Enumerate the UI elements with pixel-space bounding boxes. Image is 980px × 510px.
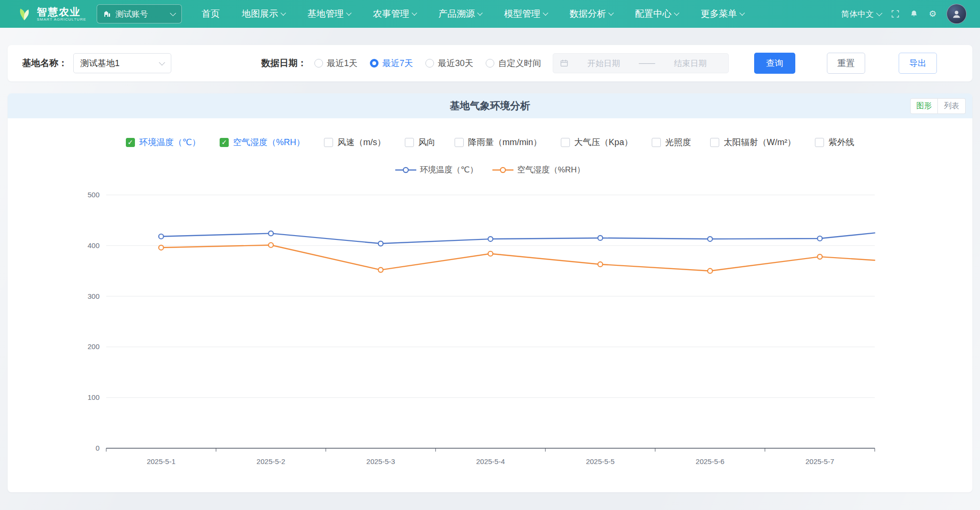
checkbox-icon [324, 138, 333, 147]
y-axis-label: 200 [88, 342, 100, 351]
view-toggle-list-button[interactable]: 列表 [938, 98, 966, 114]
date-option-radio[interactable]: 最近7天 [370, 57, 413, 69]
metric-label: 紫外线 [828, 136, 854, 148]
radio-label: 最近7天 [382, 57, 413, 69]
series-line [161, 233, 875, 243]
metric-checkbox[interactable]: ✓空气湿度（%RH） [220, 136, 305, 148]
radio-icon [425, 59, 434, 68]
language-select[interactable]: 简体中文 [841, 9, 881, 20]
nav-item-label: 产品溯源 [438, 8, 475, 20]
legend-circle [403, 167, 408, 172]
nav-item[interactable]: 数据分析 [558, 0, 624, 28]
chevron-down-icon [478, 10, 483, 15]
date-label: 数据日期： [261, 57, 307, 69]
account-select-value: 测试账号 [115, 9, 148, 20]
legend-marker-icon [395, 167, 416, 173]
y-axis-label: 400 [88, 241, 100, 249]
y-axis-label: 500 [88, 191, 100, 199]
chevron-down-icon [170, 10, 176, 16]
chevron-down-icon [674, 10, 679, 15]
panel-header: 基地气象环境分析 图形列表 [8, 93, 972, 118]
metric-checkbox[interactable]: 风速（m/s） [324, 136, 386, 148]
metric-checkbox[interactable]: 降雨量（mm/min） [455, 136, 542, 148]
bell-icon[interactable] [909, 9, 919, 19]
nav-item[interactable]: 首页 [190, 0, 231, 28]
metric-checkbox[interactable]: 太阳辐射（W/m²） [710, 136, 796, 148]
nav-item[interactable]: 模型管理 [493, 0, 558, 28]
nav-item-label: 配置中心 [635, 8, 671, 20]
data-point-marker [379, 268, 383, 272]
nav-item[interactable]: 配置中心 [624, 0, 690, 28]
date-range-picker[interactable]: 开始日期 —— 结束日期 [553, 53, 729, 73]
end-date-placeholder: 结束日期 [659, 58, 722, 69]
date-option-radio[interactable]: 最近30天 [425, 57, 473, 69]
metric-label: 大气压（Kpa） [574, 136, 633, 148]
metric-label: 风速（m/s） [337, 136, 386, 148]
date-filter-group: 数据日期： 最近1天最近7天最近30天自定义时间 开始日期 —— 结束日期 [261, 53, 729, 73]
date-range-separator: —— [639, 58, 655, 68]
nav-item-label: 模型管理 [504, 8, 540, 20]
y-axis-label: 300 [88, 292, 100, 300]
x-axis-label: 2025-5-7 [805, 457, 834, 465]
metric-checkbox[interactable]: 光照度 [652, 136, 691, 148]
radio-label: 自定义时间 [498, 57, 541, 69]
chevron-down-icon [346, 10, 352, 15]
data-point-marker [159, 234, 164, 239]
metric-checkbox[interactable]: 风向 [405, 136, 435, 148]
export-button[interactable]: 导出 [899, 53, 937, 74]
series-line [161, 245, 875, 271]
metric-checkbox[interactable]: 紫外线 [815, 136, 854, 148]
legend-marker-icon [492, 167, 513, 173]
leaf-logo-icon [16, 6, 33, 22]
metric-label: 空气湿度（%RH） [233, 136, 305, 148]
user-avatar[interactable] [947, 4, 967, 24]
metric-label: 降雨量（mm/min） [468, 136, 542, 148]
account-select[interactable]: 测试账号 [97, 4, 182, 23]
date-option-radio[interactable]: 自定义时间 [486, 57, 541, 69]
reset-button[interactable]: 重置 [827, 53, 865, 74]
base-select[interactable]: 测试基地1 [73, 53, 171, 73]
checkbox-icon [455, 138, 464, 147]
gear-icon[interactable]: ⚙ [928, 9, 937, 19]
radio-icon [314, 59, 323, 68]
calendar-icon [560, 59, 568, 68]
query-button[interactable]: 查询 [754, 53, 795, 74]
checkbox-icon [561, 138, 570, 147]
weather-analysis-panel: 基地气象环境分析 图形列表 ✓环境温度（℃）✓空气湿度（%RH）风速（m/s）风… [8, 93, 972, 492]
filter-bar: 基地名称： 测试基地1 数据日期： 最近1天最近7天最近30天自定义时间 开始日… [8, 45, 972, 81]
chevron-down-icon [876, 10, 882, 16]
app-title: 智慧农业 [37, 6, 86, 17]
data-point-marker [598, 236, 602, 240]
legend-label: 环境温度（℃） [420, 164, 478, 175]
fullscreen-icon[interactable] [891, 9, 900, 19]
checkbox-icon [652, 138, 661, 147]
view-toggle-graph-button[interactable]: 图形 [910, 98, 938, 114]
nav-item[interactable]: 更多菜单 [690, 0, 755, 28]
metric-checkbox[interactable]: ✓环境温度（℃） [126, 136, 200, 148]
radio-label: 最近30天 [438, 57, 473, 69]
data-point-marker [268, 231, 273, 236]
chart-legend: 环境温度（℃）空气湿度（%RH） [8, 164, 972, 175]
data-point-marker [159, 245, 164, 250]
navbar-right: 简体中文 ⚙ [841, 4, 967, 24]
legend-item[interactable]: 空气湿度（%RH） [492, 164, 585, 175]
language-value: 简体中文 [841, 9, 874, 20]
nav-item-label: 基地管理 [307, 8, 344, 20]
data-point-marker [488, 237, 493, 241]
data-point-marker [598, 262, 602, 267]
chevron-down-icon [609, 10, 614, 15]
checkbox-icon [815, 138, 824, 147]
x-axis-label: 2025-5-1 [147, 457, 176, 465]
date-option-radio[interactable]: 最近1天 [314, 57, 357, 69]
nav-item[interactable]: 基地管理 [296, 0, 362, 28]
chevron-down-icon [281, 10, 286, 15]
data-point-marker [379, 241, 383, 246]
nav-item[interactable]: 农事管理 [362, 0, 427, 28]
app-subtitle: SMART AGRICULTURE [37, 17, 86, 22]
date-options: 最近1天最近7天最近30天自定义时间 [307, 57, 541, 69]
nav-item[interactable]: 产品溯源 [427, 0, 493, 28]
nav-item[interactable]: 地图展示 [231, 0, 296, 28]
legend-item[interactable]: 环境温度（℃） [395, 164, 478, 175]
data-point-marker [708, 237, 713, 241]
metric-checkbox[interactable]: 大气压（Kpa） [561, 136, 633, 148]
